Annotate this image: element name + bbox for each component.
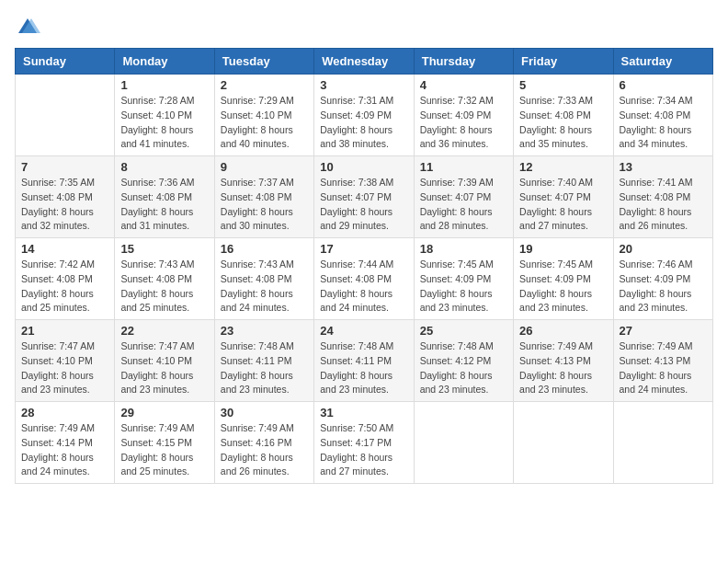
day-number: 7 (21, 160, 108, 174)
calendar-cell: 31Sunrise: 7:50 AMSunset: 4:17 PMDayligh… (314, 402, 414, 484)
day-info: Sunrise: 7:49 AMSunset: 4:15 PMDaylight:… (120, 421, 208, 479)
calendar-cell: 21Sunrise: 7:47 AMSunset: 4:10 PMDayligh… (16, 320, 115, 402)
calendar-cell: 10Sunrise: 7:38 AMSunset: 4:07 PMDayligh… (314, 156, 414, 238)
page-header (15, 15, 713, 40)
calendar-cell: 8Sunrise: 7:36 AMSunset: 4:08 PMDaylight… (115, 156, 214, 238)
day-info: Sunrise: 7:49 AMSunset: 4:13 PMDaylight:… (620, 339, 707, 397)
calendar-cell: 26Sunrise: 7:49 AMSunset: 4:13 PMDayligh… (514, 320, 613, 402)
day-header-friday: Friday (514, 49, 613, 75)
day-number: 9 (221, 160, 308, 174)
day-header-sunday: Sunday (16, 49, 115, 75)
calendar-cell: 29Sunrise: 7:49 AMSunset: 4:15 PMDayligh… (115, 402, 214, 484)
day-number: 21 (21, 324, 108, 338)
day-number: 8 (120, 160, 208, 174)
day-number: 24 (320, 324, 407, 338)
calendar-body: 1Sunrise: 7:28 AMSunset: 4:10 PMDaylight… (16, 75, 713, 484)
calendar-cell (514, 402, 613, 484)
day-info: Sunrise: 7:43 AMSunset: 4:08 PMDaylight:… (120, 258, 208, 316)
day-info: Sunrise: 7:42 AMSunset: 4:08 PMDaylight:… (21, 258, 108, 316)
calendar-cell: 3Sunrise: 7:31 AMSunset: 4:09 PMDaylight… (314, 75, 414, 156)
day-info: Sunrise: 7:49 AMSunset: 4:16 PMDaylight:… (221, 421, 308, 479)
calendar-cell: 17Sunrise: 7:44 AMSunset: 4:08 PMDayligh… (314, 238, 414, 320)
calendar-cell: 22Sunrise: 7:47 AMSunset: 4:10 PMDayligh… (115, 320, 214, 402)
day-info: Sunrise: 7:35 AMSunset: 4:08 PMDaylight:… (21, 176, 108, 234)
day-number: 29 (120, 406, 208, 419)
calendar-cell: 24Sunrise: 7:48 AMSunset: 4:11 PMDayligh… (314, 320, 414, 402)
calendar-table: SundayMondayTuesdayWednesdayThursdayFrid… (15, 48, 713, 484)
calendar-cell: 18Sunrise: 7:45 AMSunset: 4:09 PMDayligh… (414, 238, 513, 320)
day-info: Sunrise: 7:49 AMSunset: 4:14 PMDaylight:… (21, 421, 108, 479)
calendar-cell: 25Sunrise: 7:48 AMSunset: 4:12 PMDayligh… (414, 320, 513, 402)
day-info: Sunrise: 7:29 AMSunset: 4:10 PMDaylight:… (221, 94, 308, 152)
day-info: Sunrise: 7:39 AMSunset: 4:07 PMDaylight:… (420, 176, 507, 234)
day-number: 31 (320, 406, 407, 419)
day-header-thursday: Thursday (414, 49, 513, 75)
calendar-cell: 20Sunrise: 7:46 AMSunset: 4:09 PMDayligh… (613, 238, 712, 320)
logo (15, 15, 44, 40)
day-info: Sunrise: 7:36 AMSunset: 4:08 PMDaylight:… (120, 176, 208, 234)
day-info: Sunrise: 7:50 AMSunset: 4:17 PMDaylight:… (320, 421, 407, 479)
day-header-tuesday: Tuesday (214, 49, 313, 75)
day-number: 11 (420, 160, 507, 174)
day-number: 19 (519, 242, 607, 256)
calendar-cell: 23Sunrise: 7:48 AMSunset: 4:11 PMDayligh… (214, 320, 313, 402)
day-info: Sunrise: 7:44 AMSunset: 4:08 PMDaylight:… (320, 258, 407, 316)
calendar-cell: 13Sunrise: 7:41 AMSunset: 4:08 PMDayligh… (613, 156, 712, 238)
week-row: 28Sunrise: 7:49 AMSunset: 4:14 PMDayligh… (16, 402, 713, 484)
day-info: Sunrise: 7:47 AMSunset: 4:10 PMDaylight:… (120, 339, 208, 397)
week-row: 7Sunrise: 7:35 AMSunset: 4:08 PMDaylight… (16, 156, 713, 238)
day-number: 12 (519, 160, 607, 174)
day-info: Sunrise: 7:31 AMSunset: 4:09 PMDaylight:… (320, 94, 407, 152)
calendar-cell: 16Sunrise: 7:43 AMSunset: 4:08 PMDayligh… (214, 238, 313, 320)
calendar-cell: 2Sunrise: 7:29 AMSunset: 4:10 PMDaylight… (214, 75, 313, 156)
week-row: 14Sunrise: 7:42 AMSunset: 4:08 PMDayligh… (16, 238, 713, 320)
day-number: 4 (420, 78, 507, 92)
day-number: 28 (21, 406, 108, 419)
calendar-cell: 7Sunrise: 7:35 AMSunset: 4:08 PMDaylight… (16, 156, 115, 238)
day-header-wednesday: Wednesday (314, 49, 414, 75)
day-info: Sunrise: 7:48 AMSunset: 4:11 PMDaylight:… (320, 339, 407, 397)
day-info: Sunrise: 7:45 AMSunset: 4:09 PMDaylight:… (420, 258, 507, 316)
day-header-monday: Monday (115, 49, 214, 75)
day-number: 30 (221, 406, 308, 419)
calendar-cell: 27Sunrise: 7:49 AMSunset: 4:13 PMDayligh… (613, 320, 712, 402)
day-info: Sunrise: 7:45 AMSunset: 4:09 PMDaylight:… (519, 258, 607, 316)
calendar-cell: 4Sunrise: 7:32 AMSunset: 4:09 PMDaylight… (414, 75, 513, 156)
day-info: Sunrise: 7:47 AMSunset: 4:10 PMDaylight:… (21, 339, 108, 397)
calendar-cell: 14Sunrise: 7:42 AMSunset: 4:08 PMDayligh… (16, 238, 115, 320)
day-info: Sunrise: 7:34 AMSunset: 4:08 PMDaylight:… (620, 94, 707, 152)
day-number: 18 (420, 242, 507, 256)
calendar-cell: 19Sunrise: 7:45 AMSunset: 4:09 PMDayligh… (514, 238, 613, 320)
day-number: 17 (320, 242, 407, 256)
day-number: 25 (420, 324, 507, 338)
week-row: 21Sunrise: 7:47 AMSunset: 4:10 PMDayligh… (16, 320, 713, 402)
calendar-cell (16, 75, 115, 156)
calendar-cell: 9Sunrise: 7:37 AMSunset: 4:08 PMDaylight… (214, 156, 313, 238)
calendar-cell: 30Sunrise: 7:49 AMSunset: 4:16 PMDayligh… (214, 402, 313, 484)
day-number: 27 (620, 324, 707, 338)
header-row: SundayMondayTuesdayWednesdayThursdayFrid… (16, 49, 713, 75)
logo-icon (15, 15, 40, 40)
day-number: 23 (221, 324, 308, 338)
day-number: 15 (120, 242, 208, 256)
calendar-cell: 15Sunrise: 7:43 AMSunset: 4:08 PMDayligh… (115, 238, 214, 320)
day-info: Sunrise: 7:41 AMSunset: 4:08 PMDaylight:… (620, 176, 707, 234)
day-number: 22 (120, 324, 208, 338)
day-info: Sunrise: 7:43 AMSunset: 4:08 PMDaylight:… (221, 258, 308, 316)
day-number: 2 (221, 78, 308, 92)
day-number: 20 (620, 242, 707, 256)
day-number: 3 (320, 78, 407, 92)
day-number: 13 (620, 160, 707, 174)
day-header-saturday: Saturday (613, 49, 712, 75)
day-info: Sunrise: 7:32 AMSunset: 4:09 PMDaylight:… (420, 94, 507, 152)
day-info: Sunrise: 7:28 AMSunset: 4:10 PMDaylight:… (120, 94, 208, 152)
day-info: Sunrise: 7:38 AMSunset: 4:07 PMDaylight:… (320, 176, 407, 234)
calendar-cell (613, 402, 712, 484)
day-number: 6 (620, 78, 707, 92)
day-number: 26 (519, 324, 607, 338)
day-number: 5 (519, 78, 607, 92)
calendar-cell: 11Sunrise: 7:39 AMSunset: 4:07 PMDayligh… (414, 156, 513, 238)
day-info: Sunrise: 7:48 AMSunset: 4:11 PMDaylight:… (221, 339, 308, 397)
calendar-cell: 5Sunrise: 7:33 AMSunset: 4:08 PMDaylight… (514, 75, 613, 156)
calendar-cell: 12Sunrise: 7:40 AMSunset: 4:07 PMDayligh… (514, 156, 613, 238)
